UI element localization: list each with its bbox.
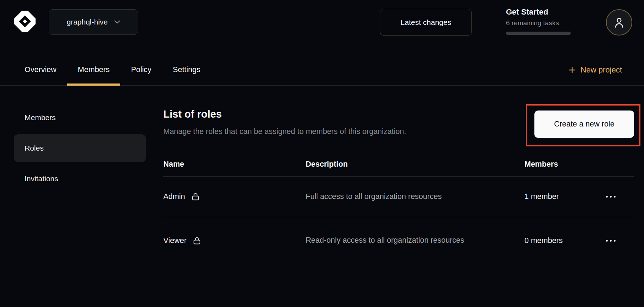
hive-logo-icon <box>12 9 37 34</box>
page-subtitle: Manage the roles that can be assigned to… <box>163 127 406 136</box>
sidebar-item-invitations-label: Invitations <box>25 174 58 183</box>
role-members-count: 1 member <box>524 192 605 201</box>
column-header-name: Name <box>163 160 306 169</box>
tab-members-label: Members <box>78 65 110 74</box>
page-title: List of roles <box>163 108 222 120</box>
tab-overview-label: Overview <box>25 65 57 74</box>
sidebar-item-roles[interactable]: Roles <box>14 134 146 162</box>
sidebar-item-invitations[interactable]: Invitations <box>14 165 146 193</box>
role-members-count: 0 members <box>524 236 605 245</box>
latest-changes-button[interactable]: Latest changes <box>380 9 472 36</box>
role-description: Read-only access to all organization res… <box>306 235 524 246</box>
get-started-title: Get Started <box>506 7 571 17</box>
tab-members[interactable]: Members <box>67 54 121 85</box>
role-description: Full access to all organization resource… <box>306 191 524 202</box>
sidebar-item-roles-label: Roles <box>25 144 44 152</box>
get-started-remaining-tasks: 6 remaining tasks <box>506 19 571 27</box>
user-avatar[interactable] <box>606 9 632 36</box>
app-window: graphql-hive Latest changes Get Started … <box>0 0 644 307</box>
new-project-button[interactable]: New project <box>568 54 622 86</box>
column-header-members: Members <box>524 160 605 169</box>
tab-settings[interactable]: Settings <box>162 54 211 85</box>
tab-settings-label: Settings <box>173 65 201 74</box>
table-row-viewer: Viewer Read-only access to all organizat… <box>163 217 634 264</box>
new-project-label: New project <box>581 65 622 75</box>
roles-table-header: Name Description Members <box>163 152 634 177</box>
chevron-down-icon <box>114 20 120 24</box>
role-name: Viewer <box>163 236 186 245</box>
row-actions-menu-button[interactable] <box>605 193 616 200</box>
person-icon <box>613 16 625 29</box>
sidebar-item-members[interactable]: Members <box>14 104 146 131</box>
org-switcher-label: graphql-hive <box>67 18 108 26</box>
tab-policy[interactable]: Policy <box>120 54 162 85</box>
members-sidebar: Members Roles Invitations <box>14 104 146 193</box>
latest-changes-label: Latest changes <box>401 18 451 27</box>
column-header-description: Description <box>306 160 524 169</box>
get-started-widget[interactable]: Get Started 6 remaining tasks <box>506 7 571 35</box>
roles-table: Name Description Members Admin Full acce… <box>163 152 634 264</box>
lock-icon <box>191 192 200 201</box>
row-actions-menu-button[interactable] <box>605 237 616 244</box>
tab-policy-label: Policy <box>131 65 151 74</box>
org-switcher[interactable]: graphql-hive <box>49 9 138 35</box>
create-new-role-button[interactable]: Create a new role <box>534 111 634 138</box>
role-name: Admin <box>163 192 185 201</box>
sidebar-item-members-label: Members <box>25 113 56 122</box>
org-tabbar: Overview Members Policy Settings <box>0 54 644 86</box>
tab-overview[interactable]: Overview <box>14 54 67 85</box>
table-row-admin: Admin Full access to all organization re… <box>163 177 634 217</box>
plus-icon <box>568 66 576 74</box>
get-started-progress-bar <box>506 32 571 35</box>
lock-icon <box>192 236 202 246</box>
